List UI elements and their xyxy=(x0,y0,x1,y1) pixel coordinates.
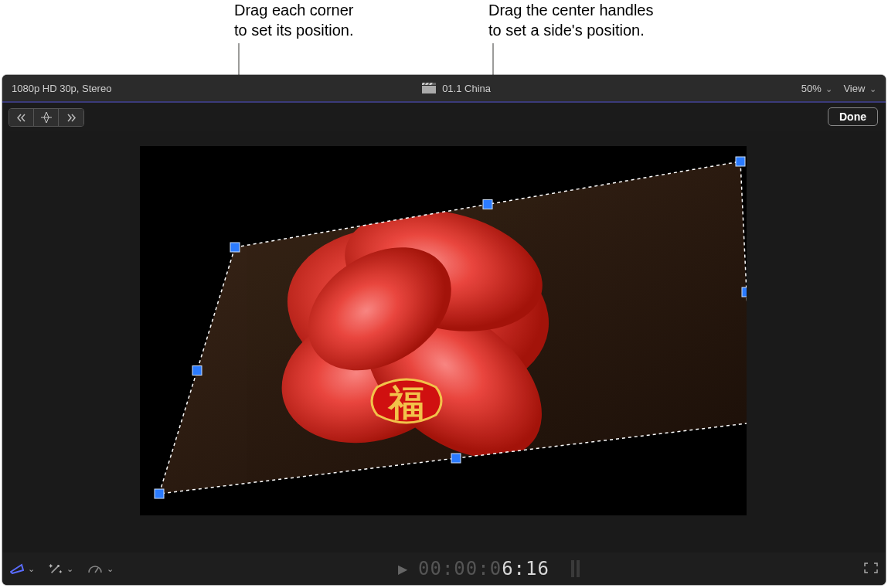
project-name[interactable]: 01.1 China xyxy=(442,83,491,94)
bottom-toolbar: ⌄ ⌄ ⌄ ▶ 0 xyxy=(2,552,886,585)
viewer-window: 1080p HD 30p, Stereo 01.1 China 50% ⌄ Vi… xyxy=(2,75,886,585)
callout-center: Drag the center handles to set a side's … xyxy=(488,0,653,40)
double-chevron-right-icon xyxy=(67,114,76,122)
svg-line-15 xyxy=(52,566,59,573)
viewer-subtoolbar: Done xyxy=(2,103,886,131)
magic-wand-icon xyxy=(49,562,63,576)
corner-handle-top-right[interactable] xyxy=(736,157,745,166)
crosshair-icon xyxy=(41,112,52,123)
callout-center-line1: Drag the center handles xyxy=(488,2,653,19)
chevron-down-icon: ⌄ xyxy=(869,84,876,93)
prev-edit-button[interactable] xyxy=(9,109,34,126)
callout-corner-line2: to set its position. xyxy=(234,22,354,39)
callout-corner-line1: Drag each corner xyxy=(234,2,354,19)
next-edit-button[interactable] xyxy=(59,109,83,126)
view-label: View xyxy=(843,83,865,94)
viewer-toolbar: 1080p HD 30p, Stereo 01.1 China 50% ⌄ Vi… xyxy=(2,75,886,101)
svg-point-16 xyxy=(57,565,60,567)
zoom-value: 50% xyxy=(801,83,822,94)
edge-handle-top[interactable] xyxy=(483,200,492,209)
audio-meter xyxy=(571,560,580,577)
svg-line-17 xyxy=(95,568,98,573)
edge-handle-left[interactable] xyxy=(192,366,202,376)
fullscreen-icon xyxy=(864,563,878,573)
chevron-down-icon: ⌄ xyxy=(107,564,114,574)
timecode-display[interactable]: 00:00:06:16 xyxy=(418,558,549,580)
clapperboard-icon xyxy=(422,83,436,93)
timecode-dim: 00:00:0 xyxy=(418,558,502,580)
video-canvas[interactable]: 福 xyxy=(140,146,747,515)
center-anchor-button[interactable] xyxy=(34,109,59,126)
done-button[interactable]: Done xyxy=(828,107,878,126)
timecode-lit: 6:16 xyxy=(502,558,549,580)
retime-dropdown[interactable]: ⌄ xyxy=(87,563,114,574)
transform-rect-icon xyxy=(10,563,24,574)
callout-corner: Drag each corner to set its position. xyxy=(234,0,354,40)
edge-handle-right[interactable] xyxy=(742,287,747,297)
transform-dropdown[interactable]: ⌄ xyxy=(10,563,35,574)
edge-handle-bottom[interactable] xyxy=(451,454,461,463)
speedometer-icon xyxy=(87,563,103,574)
distorted-image[interactable]: 福 xyxy=(159,161,747,500)
distort-overlay: 福 xyxy=(140,146,747,515)
callout-center-line2: to set a side's position. xyxy=(488,22,645,39)
corner-handle-top-left[interactable] xyxy=(230,243,240,252)
done-label: Done xyxy=(839,110,866,123)
svg-rect-0 xyxy=(422,86,436,93)
chevron-down-icon: ⌄ xyxy=(28,564,35,574)
chevron-down-icon: ⌄ xyxy=(825,84,832,93)
svg-text:福: 福 xyxy=(387,382,424,423)
zoom-dropdown[interactable]: 50% ⌄ xyxy=(801,83,833,94)
svg-marker-14 xyxy=(11,565,23,573)
corner-handle-bottom-left[interactable] xyxy=(155,489,164,498)
view-dropdown[interactable]: View ⌄ xyxy=(843,83,876,94)
video-format-label: 1080p HD 30p, Stereo xyxy=(12,83,111,94)
chevron-down-icon: ⌄ xyxy=(66,564,73,574)
viewer-area: 福 xyxy=(2,131,886,552)
fullscreen-button[interactable] xyxy=(864,563,878,576)
enhance-dropdown[interactable]: ⌄ xyxy=(49,562,73,576)
nav-segment xyxy=(9,108,84,127)
play-icon[interactable]: ▶ xyxy=(398,562,407,576)
double-chevron-left-icon xyxy=(17,114,26,122)
